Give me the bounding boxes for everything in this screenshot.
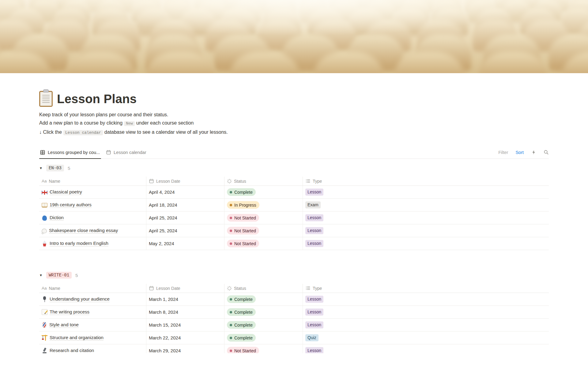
lesson-title-link[interactable]: 19th century authors [50, 202, 92, 208]
column-header-lesson-date[interactable]: Lesson Date [146, 177, 224, 185]
lesson-title-link[interactable]: Understanding your audience [50, 296, 110, 302]
lesson-date: April 18, 2024 [149, 202, 177, 208]
lesson-date-cell[interactable]: April 4, 2024 [146, 186, 224, 198]
tab-label: Lessons grouped by cou... [48, 150, 100, 155]
lesson-date: April 25, 2024 [149, 228, 177, 233]
text-icon: Aa [42, 286, 47, 290]
status-badge[interactable]: Complete [227, 321, 256, 329]
table-row: Intro to early modern EnglishMay 2, 2024… [39, 237, 549, 250]
column-header-type[interactable]: Type [303, 177, 549, 185]
status-dot-icon [230, 217, 232, 219]
uk-flag-emoji-icon [42, 190, 47, 195]
column-label: Type [313, 179, 322, 184]
lesson-title-link[interactable]: Structure and organization [50, 335, 104, 341]
status-badge[interactable]: Not Started [227, 214, 259, 222]
sort-button[interactable]: Sort [515, 150, 524, 155]
description-line: ↓ Click theLesson calendardatabase view … [39, 128, 549, 137]
status-badge[interactable]: Complete [227, 334, 256, 342]
tab-lesson-calendar[interactable]: Lesson calendar [105, 146, 149, 159]
status-badge[interactable]: Not Started [227, 227, 259, 234]
status-badge[interactable]: Complete [227, 188, 256, 196]
status-dot-icon [230, 204, 232, 206]
lesson-date-cell[interactable]: May 2, 2024 [146, 237, 224, 250]
bolt-icon[interactable] [531, 150, 536, 155]
group-toggle-icon[interactable]: ▼ [39, 273, 43, 277]
lesson-date-cell[interactable]: April 25, 2024 [146, 224, 224, 237]
column-header-status[interactable]: Status [224, 284, 303, 293]
status-dot-icon [230, 242, 232, 245]
status-badge[interactable]: In Progress [227, 201, 259, 209]
lesson-date: March 1, 2024 [149, 297, 178, 302]
status-dot-icon [230, 324, 232, 326]
type-badge[interactable]: Exam [305, 201, 321, 208]
description-line: Add a new plan to a course by clickingNe… [39, 119, 549, 128]
lesson-date-cell[interactable]: April 25, 2024 [146, 212, 224, 224]
type-cell: Lesson [303, 319, 549, 331]
text-icon: Aa [42, 179, 47, 183]
type-badge[interactable]: Lesson [305, 214, 323, 221]
cover-light-overlay [0, 0, 588, 73]
type-badge[interactable]: Lesson [305, 296, 323, 303]
type-badge[interactable]: Quiz [305, 334, 318, 341]
lesson-title-link[interactable]: Classical poetry [50, 189, 82, 195]
status-cell: Not Started [224, 237, 303, 250]
type-cell: Lesson [303, 224, 549, 237]
status-label: Not Started [234, 215, 256, 220]
name-cell: Structure and organization [39, 331, 146, 344]
column-header-name[interactable]: AaName [39, 177, 146, 185]
filter-button[interactable]: Filter [498, 150, 508, 155]
status-icon [227, 179, 232, 184]
status-cell: Complete [224, 306, 303, 318]
status-badge[interactable]: Complete [227, 295, 256, 303]
lesson-date-cell[interactable]: March 15, 2024 [146, 319, 224, 331]
type-badge[interactable]: Lesson [305, 189, 323, 196]
group-header: ▼WRITE-015 [39, 270, 549, 280]
lesson-title-link[interactable]: The writing process [50, 309, 89, 315]
type-badge[interactable]: Lesson [305, 227, 323, 234]
table-row: DictionApril 25, 2024Not StartedLesson [39, 212, 549, 224]
group-tag[interactable]: EN-03 [46, 165, 64, 171]
column-header-status[interactable]: Status [224, 177, 303, 185]
search-icon[interactable] [544, 150, 549, 155]
type-cell: Lesson [303, 212, 549, 224]
table-row: Shakespeare close reading essayApril 25,… [39, 224, 549, 237]
lesson-title-link[interactable]: Intro to early modern English [50, 241, 108, 246]
type-cell: Lesson [303, 237, 549, 250]
lesson-title-link[interactable]: Style and tone [49, 322, 79, 328]
table-header-row: AaNameLesson DateStatusType [39, 284, 549, 293]
column-label: Name [49, 286, 60, 291]
status-label: Complete [234, 310, 253, 315]
status-badge[interactable]: Not Started [227, 240, 259, 247]
type-badge[interactable]: Lesson [305, 240, 323, 247]
lesson-date: March 22, 2024 [149, 335, 181, 340]
column-header-lesson-date[interactable]: Lesson Date [146, 284, 224, 293]
lesson-title-link[interactable]: Research and citation [50, 348, 94, 354]
tab-lessons-grouped-by-cou[interactable]: Lessons grouped by cou... [39, 146, 103, 159]
lesson-date: April 4, 2024 [149, 189, 175, 195]
name-cell: Shakespeare close reading essay [39, 224, 146, 237]
lesson-date-cell[interactable]: March 22, 2024 [146, 331, 224, 344]
name-cell: 19th century authors [39, 199, 146, 211]
cover-image [0, 0, 588, 73]
status-dot-icon [230, 298, 232, 301]
lesson-date-cell[interactable]: April 18, 2024 [146, 199, 224, 211]
status-icon [227, 286, 232, 291]
type-badge[interactable]: Lesson [305, 309, 323, 316]
table-header-row: AaNameLesson DateStatusType [39, 177, 549, 186]
status-dot-icon [230, 311, 232, 313]
column-header-type[interactable]: Type [303, 284, 549, 293]
status-badge[interactable]: Complete [227, 308, 256, 316]
lesson-title-link[interactable]: Shakespeare close reading essay [49, 228, 118, 234]
table-row: Structure and organizationMarch 22, 2024… [39, 331, 549, 344]
list-icon [305, 286, 311, 291]
group-toggle-icon[interactable]: ▼ [39, 166, 43, 170]
type-badge[interactable]: Lesson [305, 321, 323, 328]
lesson-date-cell[interactable]: March 1, 2024 [146, 293, 224, 305]
viewport-cutoff [0, 353, 588, 367]
lesson-calendar-chip: Lesson calendar [63, 130, 103, 135]
group-tag[interactable]: WRITE-01 [46, 272, 72, 279]
status-label: Not Started [234, 241, 256, 246]
lesson-title-link[interactable]: Diction [50, 215, 64, 221]
lesson-date-cell[interactable]: March 8, 2024 [146, 306, 224, 318]
column-header-name[interactable]: AaName [39, 284, 146, 293]
